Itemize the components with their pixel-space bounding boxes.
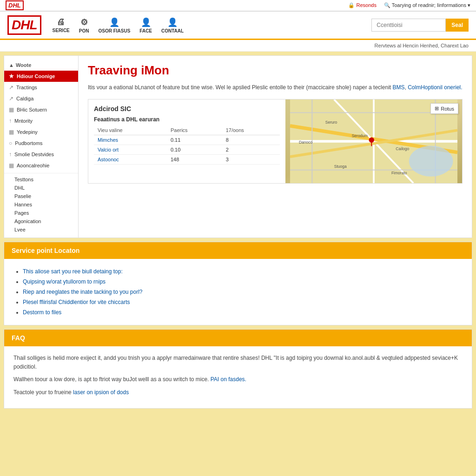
sidebar-divider (4, 173, 78, 173)
svg-text:Fimorato: Fimorato (391, 171, 407, 175)
sub-agonication[interactable]: Agonication (4, 217, 78, 225)
list-item: Plesel ffiirisfal Chiddlentior for vite … (23, 297, 463, 307)
breadcrumb: Rervtews al Hencin Henhed, Charext Lao (0, 40, 476, 52)
svg-text:Stuoga: Stuoga (334, 164, 347, 169)
svg-text:Cailogo: Cailogo (396, 146, 409, 151)
row3-name: Astoonoc (98, 157, 119, 162)
row2-name: Valcio ort (98, 147, 119, 152)
list-item: This aliose sart you ree biull detaing t… (23, 266, 463, 277)
contaal-icon: 👤 (167, 17, 178, 27)
sidebar-item-bhic[interactable]: ▦ BHic Sotuern (4, 104, 78, 115)
row1-name: Mimches (98, 137, 118, 143)
service-link-4[interactable]: Plesel ffiirisfal Chiddlentior for vite … (23, 299, 130, 305)
search-input[interactable] (371, 19, 446, 32)
faq-text: Thail solliges is helid more exiject it,… (13, 354, 463, 397)
list-item: Riep and reeglates the inate tacking to … (23, 287, 463, 297)
sidebar-item-smolie[interactable]: ↑ Smolie Destvides (4, 149, 78, 160)
route-icon: ⊞ (435, 106, 439, 112)
service-bullet-list: This aliose sart you ree biull detaing t… (13, 266, 463, 317)
respond-link[interactable]: 🔒 Resonds (348, 2, 376, 8)
faq-paragraph-2: Wallhen toour a low dore, is apt to ftri… (13, 375, 463, 384)
faq-paragraph-3: Teactole your to frueine laser on ipsion… (13, 388, 463, 397)
page-title: Traaving iMon (88, 63, 463, 78)
row3-val2: 3 (222, 155, 280, 165)
sub-pages[interactable]: Pages (4, 209, 78, 217)
desc-link-bms[interactable]: BMS (392, 84, 404, 91)
col-header-3: 17/oons (222, 126, 280, 135)
nav-pon[interactable]: ⚙ PON (79, 17, 89, 33)
face-icon: 👤 (141, 17, 151, 27)
top-bar: DHL 🔒 Resonds 🔍 Toarying of readnir; Iin… (0, 0, 476, 12)
table-section-title: Adcirod SIC (94, 105, 280, 112)
col-header-2: Paerics (167, 126, 222, 135)
service-panel-body: This aliose sart you ree biull detaing t… (4, 259, 472, 325)
table-row: Mimches 0.11 8 (94, 135, 280, 145)
table-row: Valcio ort 0.10 2 (94, 145, 280, 155)
sidebar-item-hdiour[interactable]: ★ Hdiour Coonige (4, 71, 78, 82)
dhl-logo: DHL (7, 15, 41, 35)
service-icon: 🖨 (57, 17, 65, 27)
nav-contaal[interactable]: 👤 CONTAAL (161, 17, 184, 33)
map-route-button[interactable]: ⊞ Rotus (430, 103, 458, 114)
tracking-icon: ↗ (9, 84, 13, 91)
nav-face[interactable]: 👤 FACE (139, 17, 152, 33)
logo-small: DHL (6, 2, 24, 9)
sidebar-item-caldiga[interactable]: ↗ Caldiga (4, 93, 78, 104)
list-item: Destorm to files (23, 307, 463, 317)
desc-link-colm[interactable]: ColmHoptionil oneriel. (408, 84, 462, 91)
nav-service[interactable]: 🖨 SERICE (53, 17, 70, 33)
faq-panel: FAQ Thail solliges is helid more exiject… (4, 329, 472, 409)
sub-testtons[interactable]: Testtons (4, 175, 78, 184)
bhic-icon: ▦ (9, 106, 14, 113)
faq-link-2[interactable]: laser on ipsion of dods (73, 389, 129, 396)
data-table: Vieu valine Paerics 17/oons Mimches 0.11… (94, 126, 280, 165)
header: DHL 🖨 SERICE ⚙ PON 👤 OSOR FIASUS 👤 FACE … (0, 12, 476, 40)
svg-text:Seruro: Seruro (325, 120, 337, 125)
sub-hannes[interactable]: Hannes (4, 200, 78, 209)
search-button[interactable]: Seal (446, 19, 469, 32)
table-map-container: Adcirod SIC Feaatinus a DHL earuran Vieu… (88, 99, 463, 184)
info-dropdown[interactable]: 🔍 Toarying of readnir; Iinformations ▾ (384, 2, 470, 8)
mntority-icon: ↑ (9, 118, 12, 124)
row1-val2: 8 (222, 135, 280, 145)
faq-paragraph-1: Thail solliges is helid more exiject it,… (13, 354, 463, 371)
table-section: Adcirod SIC Feaatinus a DHL earuran Vieu… (88, 99, 285, 183)
sidebar-item-yedepiny[interactable]: ▦ Yedepiny (4, 126, 78, 138)
caldiga-icon: ↗ (9, 95, 13, 102)
sidebar-item-tractings[interactable]: ↗ Tractings (4, 82, 78, 93)
service-link-2[interactable]: Quipsing w/orat ytullorom to rnips (23, 278, 106, 285)
service-link-5[interactable]: Destorm to files (23, 309, 61, 316)
sidebar-item-aooncal[interactable]: ▦ Aooncalreohie (4, 160, 78, 171)
aooncal-icon: ▦ (9, 162, 14, 169)
sub-lvee[interactable]: Lvee (4, 225, 78, 234)
sidebar-item-mntority[interactable]: ↑ Mntority (4, 115, 78, 126)
service-link-3[interactable]: Riep and reeglates the inate tacking to … (23, 289, 143, 295)
yedepiny-icon: ▦ (9, 129, 14, 135)
sidebar-section-title: ▲ Woote (4, 60, 78, 71)
service-panel-header: Service point Locaton (4, 242, 472, 259)
service-point-panel: Service point Locaton This aliose sart y… (4, 242, 472, 325)
pudbortoms-icon: ○ (9, 140, 12, 146)
faq-panel-header: FAQ (4, 330, 472, 346)
table-subtitle: Feaatinus a DHL earuran (94, 116, 280, 123)
main-layout: ▲ Woote ★ Hdiour Coonige ↗ Tractings ↗ C… (4, 55, 472, 238)
sidebar-item-pudbortoms[interactable]: ○ Pudbortoms (4, 138, 78, 149)
sub-dhl[interactable]: DHL (4, 184, 78, 192)
row1-val1: 0.11 (167, 135, 222, 145)
sidebar: ▲ Woote ★ Hdiour Coonige ↗ Tractings ↗ C… (4, 56, 79, 238)
smolie-icon: ↑ (9, 151, 12, 158)
sub-paselie[interactable]: Paselie (4, 192, 78, 200)
service-link-1[interactable]: This aliose sart you ree biull detaing t… (23, 268, 123, 275)
svg-text:Serodum: Serodum (352, 133, 368, 138)
content-area: Traaving iMon Itis vour a eational bLnan… (79, 56, 472, 238)
table-row: Astoonoc 148 3 (94, 155, 280, 165)
svg-text:Danoco: Danoco (299, 140, 313, 145)
nav-osor[interactable]: 👤 OSOR FIASUS (98, 17, 130, 33)
nav-items: 🖨 SERICE ⚙ PON 👤 OSOR FIASUS 👤 FACE 👤 CO… (53, 17, 361, 33)
warning-icon: ▲ (9, 62, 14, 68)
faq-link-1[interactable]: PAI on fasdes. (211, 376, 246, 383)
row3-val1: 148 (167, 155, 222, 165)
row2-val2: 2 (222, 145, 280, 155)
map-section: Seruro Serodum Cailogo Danoco Stuoga Fim… (285, 99, 462, 183)
list-item: Quipsing w/orat ytullorom to rnips (23, 277, 463, 287)
